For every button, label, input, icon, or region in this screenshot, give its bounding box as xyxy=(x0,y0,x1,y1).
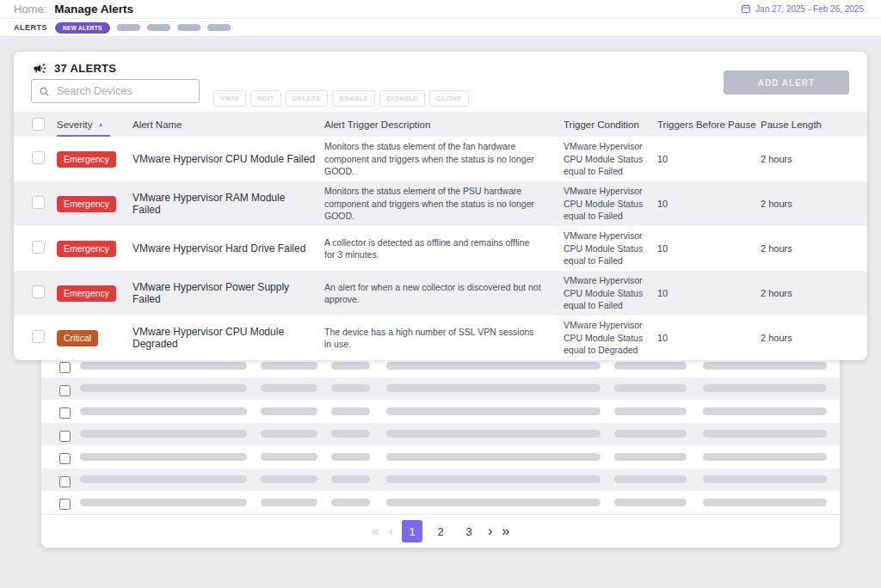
description-cell: Monitors the status element of the fan h… xyxy=(324,140,564,177)
skeleton-rows xyxy=(41,354,840,514)
column-header-description[interactable]: Alert Trigger Description xyxy=(324,112,564,137)
alert-name-cell: VMware Hypervisor Power Supply Failed xyxy=(132,281,324,305)
triggers-cell: 10 xyxy=(657,333,761,343)
triggers-cell: 10 xyxy=(657,243,761,254)
skeleton-bar xyxy=(386,499,601,506)
row-checkbox[interactable] xyxy=(59,385,71,396)
skeleton-bar xyxy=(80,362,247,370)
row-checkbox[interactable] xyxy=(59,453,71,464)
skeleton-bar xyxy=(386,362,601,370)
row-checkbox[interactable] xyxy=(32,196,45,209)
row-checkbox-cell xyxy=(14,196,57,212)
column-header-triggers[interactable]: Triggers Before Pause xyxy=(657,112,761,137)
skeleton-bar xyxy=(386,475,601,483)
alert-name-cell: VMware Hypervisor CPU Module Failed xyxy=(132,153,324,165)
alert-table-row[interactable]: EmergencyVMware Hypervisor RAM Module Fa… xyxy=(14,181,867,226)
row-checkbox[interactable] xyxy=(59,431,71,442)
pagination-page-2[interactable]: 2 xyxy=(430,520,451,542)
alert-table-row[interactable]: CriticalVMware Hypervisor CPU Module Deg… xyxy=(14,315,867,360)
description-cell: An alert for when a new collector is dis… xyxy=(324,281,564,306)
skeleton-bar xyxy=(703,453,827,461)
severity-cell: Emergency xyxy=(57,195,132,212)
skeleton-bar xyxy=(261,430,317,438)
skeleton-table-row xyxy=(41,377,840,401)
enable-button[interactable]: ENABLE xyxy=(332,90,375,107)
alert-table-row[interactable]: EmergencyVMware Hypervisor Hard Drive Fa… xyxy=(14,226,867,271)
skeleton-bar xyxy=(80,430,247,438)
skeleton-bar xyxy=(261,362,317,370)
condition-cell: VMware Hypervisor CPU Module Status equa… xyxy=(564,140,657,177)
column-header-severity[interactable]: Severity ▲ xyxy=(57,112,132,137)
breadcrumb: Home: xyxy=(14,3,46,15)
skeleton-tab-pill xyxy=(117,24,140,31)
skeleton-bar xyxy=(386,453,601,461)
alert-name-cell: VMware Hypervisor CPU Module Degraded xyxy=(132,326,324,350)
skeleton-bar xyxy=(614,362,687,370)
severity-badge: Emergency xyxy=(57,285,116,302)
view-button[interactable]: VIEW xyxy=(213,90,246,107)
sort-asc-icon: ▲ xyxy=(98,121,104,127)
pause-cell: 2 hours xyxy=(761,243,867,254)
bulk-action-buttons: VIEWEDITDELETEENABLEDISABLECLONE xyxy=(213,90,469,107)
row-checkbox[interactable] xyxy=(59,476,71,487)
severity-cell: Emergency xyxy=(57,150,132,168)
skeleton-tab-pill xyxy=(147,24,170,31)
row-checkbox[interactable] xyxy=(59,407,71,419)
skeleton-bar xyxy=(331,475,370,483)
disable-button[interactable]: DISABLE xyxy=(379,90,425,107)
table-body: EmergencyVMware Hypervisor CPU Module Fa… xyxy=(14,137,867,360)
skeleton-table-row xyxy=(41,423,840,446)
column-header-alert-name[interactable]: Alert Name xyxy=(132,112,324,137)
column-header-pause[interactable]: Pause Length xyxy=(761,112,867,137)
pagination-page-3[interactable]: 3 xyxy=(459,520,479,542)
pause-cell: 2 hours xyxy=(761,333,867,343)
clone-button[interactable]: CLONE xyxy=(429,90,469,107)
loading-table-card: «‹123›» xyxy=(41,354,840,548)
severity-cell: Critical xyxy=(57,329,132,346)
row-checkbox[interactable] xyxy=(32,241,45,254)
severity-badge: Critical xyxy=(57,330,98,346)
add-alert-button[interactable]: ADD ALERT xyxy=(724,70,849,95)
pagination-page-1[interactable]: 1 xyxy=(402,520,422,542)
severity-cell: Emergency xyxy=(57,240,132,257)
edit-button[interactable]: EDIT xyxy=(250,90,281,107)
pagination-last-button[interactable]: » xyxy=(501,524,510,538)
alerts-count-row: 37 ALERTS xyxy=(33,61,116,76)
skeleton-tab-pill xyxy=(207,24,231,31)
pagination-first-button[interactable]: « xyxy=(371,524,380,538)
select-all-checkbox[interactable] xyxy=(32,118,45,131)
tab-alerts[interactable]: ALERTS xyxy=(14,23,47,32)
date-range-picker[interactable]: Jan 27, 2025 - Feb 26, 2025 xyxy=(736,3,869,15)
alert-table-row[interactable]: EmergencyVMware Hypervisor CPU Module Fa… xyxy=(14,137,867,181)
row-checkbox[interactable] xyxy=(32,151,45,164)
new-alerts-badge[interactable]: NEW ALERTS xyxy=(55,22,110,34)
skeleton-bar xyxy=(386,430,601,438)
triggers-cell: 10 xyxy=(657,288,761,298)
top-bar: Home: Manage Alerts Jan 27, 2025 - Feb 2… xyxy=(0,0,881,19)
skeleton-bar xyxy=(614,453,687,461)
pagination-prev-button[interactable]: ‹ xyxy=(388,524,394,538)
skeleton-bar xyxy=(261,499,317,506)
search-input[interactable] xyxy=(55,84,192,98)
row-checkbox-cell xyxy=(14,330,57,346)
skeleton-bar xyxy=(80,453,247,461)
alert-table-row[interactable]: EmergencyVMware Hypervisor Power Supply … xyxy=(14,271,867,315)
tab-skeleton-pills xyxy=(110,24,231,31)
alert-name-cell: VMware Hypervisor Hard Drive Failed xyxy=(132,242,324,254)
pagination: «‹123›» xyxy=(41,514,840,548)
skeleton-bar xyxy=(614,430,687,438)
row-checkbox[interactable] xyxy=(59,499,71,510)
column-header-condition[interactable]: Trigger Condition xyxy=(564,112,657,137)
pagination-next-button[interactable]: › xyxy=(487,524,493,538)
row-checkbox[interactable] xyxy=(32,285,45,298)
skeleton-table-row xyxy=(41,445,840,469)
skeleton-bar xyxy=(331,407,370,415)
row-checkbox[interactable] xyxy=(32,330,45,343)
skeleton-bar xyxy=(80,475,247,483)
skeleton-bar xyxy=(261,453,317,461)
skeleton-bar xyxy=(614,475,687,483)
row-checkbox[interactable] xyxy=(59,362,71,373)
pause-cell: 2 hours xyxy=(761,199,867,209)
delete-button[interactable]: DELETE xyxy=(286,90,329,107)
skeleton-bar xyxy=(703,362,827,370)
